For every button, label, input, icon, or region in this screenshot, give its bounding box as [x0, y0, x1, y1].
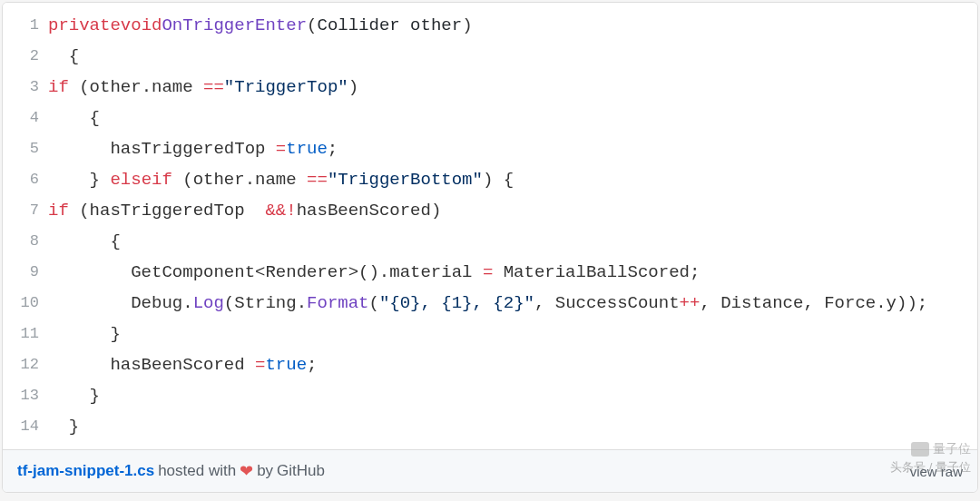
code-line[interactable]: if (other.name == "TriggerTop"): [48, 72, 977, 103]
code-line[interactable]: }: [48, 319, 977, 349]
line-number[interactable]: 3: [3, 72, 39, 103]
code-area: 1234567891011121314 private void OnTrigg…: [3, 3, 977, 449]
code-line[interactable]: hasTriggeredTop = true;: [48, 133, 977, 164]
code-line[interactable]: } else if (other.name == "TriggerBottom"…: [48, 164, 977, 195]
code-line[interactable]: {: [48, 41, 977, 72]
line-number[interactable]: 14: [3, 411, 39, 442]
line-number[interactable]: 6: [3, 164, 39, 195]
gist-footer: tf-jam-snippet-1.cs hosted with ❤ by Git…: [3, 449, 977, 492]
by-text: by: [257, 462, 273, 480]
line-number[interactable]: 5: [3, 133, 39, 164]
line-number[interactable]: 4: [3, 103, 39, 133]
line-number[interactable]: 9: [3, 257, 39, 288]
gist-container: 1234567891011121314 private void OnTrigg…: [2, 2, 978, 493]
line-numbers-gutter: 1234567891011121314: [3, 3, 48, 449]
line-number[interactable]: 12: [3, 349, 39, 380]
line-number[interactable]: 7: [3, 195, 39, 226]
code-line[interactable]: Debug.Log(String.Format("{0}, {1}, {2}",…: [48, 288, 977, 319]
footer-left: tf-jam-snippet-1.cs hosted with ❤ by Git…: [17, 461, 325, 481]
code-line[interactable]: hasBeenScored = true;: [48, 349, 977, 380]
code-line[interactable]: }: [48, 411, 977, 442]
watermark-top: 量子位: [890, 441, 971, 457]
code-line[interactable]: if (hasTriggeredTop && !hasBeenScored): [48, 195, 977, 226]
code-line[interactable]: {: [48, 103, 977, 133]
line-number[interactable]: 13: [3, 380, 39, 411]
line-number[interactable]: 2: [3, 41, 39, 72]
gist-filename-link[interactable]: tf-jam-snippet-1.cs: [17, 462, 154, 480]
watermark-bottom: 头条号 / 量子位: [890, 459, 971, 476]
line-number[interactable]: 10: [3, 288, 39, 319]
hosted-with-text: hosted with: [158, 462, 236, 480]
line-number[interactable]: 11: [3, 319, 39, 349]
heart-icon: ❤: [240, 461, 253, 481]
code-content[interactable]: private void OnTriggerEnter(Collider oth…: [48, 3, 977, 449]
wechat-icon: [911, 442, 929, 457]
code-line[interactable]: GetComponent<Renderer>().material = Mate…: [48, 257, 977, 288]
code-line[interactable]: private void OnTriggerEnter(Collider oth…: [48, 10, 977, 41]
line-number[interactable]: 8: [3, 226, 39, 257]
code-line[interactable]: }: [48, 380, 977, 411]
line-number[interactable]: 1: [3, 10, 39, 41]
watermark: 量子位 头条号 / 量子位: [890, 441, 971, 476]
watermark-top-text: 量子位: [933, 441, 971, 457]
code-line[interactable]: {: [48, 226, 977, 257]
github-text: GitHub: [277, 462, 325, 480]
